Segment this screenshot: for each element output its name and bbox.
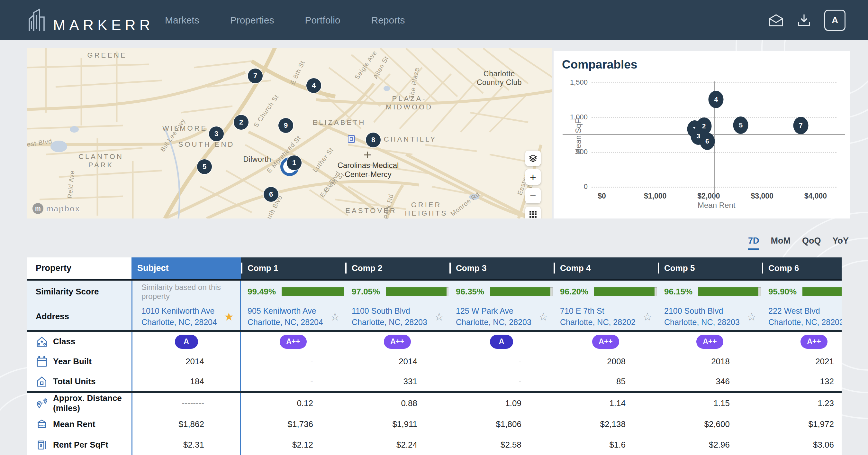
similarity-pct: 96.35%: [456, 287, 486, 297]
comp-2-column-header: Comp 2: [345, 257, 450, 279]
chart-point-7[interactable]: 7: [793, 117, 808, 134]
comp-1-similarity: 99.49%: [241, 281, 345, 303]
star-outline-icon[interactable]: ☆: [538, 311, 548, 322]
map-marker-8[interactable]: 8: [366, 133, 381, 147]
total-units-row: Total Units184-331-85346132: [27, 372, 842, 393]
header-divider: [762, 262, 763, 274]
comp-4-rent_per_sqft: $1.6: [554, 435, 658, 455]
avatar[interactable]: A: [824, 10, 845, 31]
star-outline-icon[interactable]: ☆: [434, 311, 444, 322]
similarity-bar: [490, 287, 553, 296]
comp-2-mean_rent: $1,911: [345, 414, 450, 435]
markerr-logo[interactable]: MARKERR: [27, 8, 156, 32]
property-column-header: Property: [27, 257, 131, 279]
address-link[interactable]: 905 Kenilworth AveCharlotte, NC, 28204: [248, 305, 323, 328]
address-line2: Charlotte, NC, 28203: [352, 317, 427, 328]
mean-rent-row-label: RENTMean Rent: [27, 414, 131, 435]
period-toggles: 7DMoMQoQYoY: [748, 236, 849, 250]
address-line1: 710 E 7th St: [560, 305, 636, 317]
comp-6-rent_per_sqft: $3.06: [762, 435, 842, 455]
map-marker-4[interactable]: 4: [306, 78, 321, 93]
subject-year_built: 2014: [131, 351, 241, 372]
similarity-subject-note: Similarity based on this property: [131, 281, 241, 303]
mail-icon[interactable]: [768, 13, 784, 27]
x-tick-label: $0: [583, 192, 621, 200]
map-marker-7[interactable]: 7: [248, 68, 262, 83]
class-pill-a++: A++: [696, 335, 723, 349]
comp-6-similarity: 95.90%: [762, 281, 842, 303]
comp-1-rent_per_sqft: $2.12: [241, 435, 345, 455]
comp-5-similarity: 96.15%: [658, 281, 762, 303]
comp-header-label: Comp 5: [664, 263, 695, 273]
address-line2: Charlotte, NC, 28202: [560, 317, 636, 328]
zoom-out-button[interactable]: −: [525, 188, 541, 203]
units-house-icon: [36, 375, 48, 388]
address-link[interactable]: 222 West BlvdCharlotte, NC, 28203: [768, 305, 842, 328]
comp-1-total_units: -: [241, 372, 345, 391]
toggle-7d[interactable]: 7D: [748, 236, 760, 250]
map-marker-6[interactable]: 6: [264, 187, 278, 202]
svg-text:RENT: RENT: [38, 424, 45, 427]
rent-sign-icon: RENT: [36, 418, 48, 430]
class-row: ClassAA++A++AA++A++A++: [27, 332, 842, 351]
comp-6-address: 222 West BlvdCharlotte, NC, 28203☆: [762, 303, 842, 330]
mapbox-wordmark: mapbox: [46, 204, 80, 214]
nav-link-reports[interactable]: Reports: [371, 15, 405, 26]
address-link[interactable]: 1010 Kenilworth AveCharlotte, NC, 28204: [142, 305, 217, 328]
nav-link-markets[interactable]: Markets: [165, 15, 199, 26]
map-marker-1[interactable]: 1: [287, 155, 302, 170]
nav-link-portfolio[interactable]: Portfolio: [305, 15, 340, 26]
class-pill-a++: A++: [592, 335, 619, 349]
comparables-map[interactable]: GREENEWILMORESOUTH ENDELIZABETHPLAZA- MI…: [27, 48, 552, 219]
comp-5-rent_per_sqft: $2.96: [658, 435, 762, 455]
star-outline-icon[interactable]: ☆: [330, 311, 340, 322]
map-marker-3[interactable]: 3: [209, 126, 224, 141]
mean-rent-row: RENTMean Rent$1,862$1,736$1,911$1,806$2,…: [27, 414, 842, 435]
comp-5-year_built: 2018: [658, 351, 762, 372]
similarity-score-label: Similarity Score: [27, 281, 131, 303]
map-marker-5[interactable]: 5: [197, 159, 212, 174]
map-roads: [27, 48, 552, 219]
calendar-icon: [36, 356, 48, 368]
layers-button[interactable]: [525, 150, 541, 166]
map-marker-9[interactable]: 9: [278, 118, 293, 133]
y-tick-label: 0: [562, 182, 588, 191]
header-divider: [554, 262, 555, 274]
nav-link-properties[interactable]: Properties: [230, 15, 274, 26]
toggle-qoq[interactable]: QoQ: [802, 236, 821, 250]
map-marker-2[interactable]: 2: [234, 115, 248, 130]
zoom-in-button[interactable]: +: [525, 169, 541, 185]
class-pill-a++: A++: [280, 335, 306, 349]
star-filled-icon[interactable]: ★: [224, 311, 234, 322]
grid-button[interactable]: [525, 206, 541, 219]
download-icon[interactable]: [797, 13, 811, 27]
comp-3-mean_rent: $1,806: [450, 414, 554, 435]
similarity-bar: [698, 287, 761, 296]
comp-1-year_built: -: [241, 351, 345, 372]
comparison-table: PropertySubjectComp 1Comp 2Comp 3Comp 4C…: [27, 257, 842, 455]
chart-title: Comparables: [562, 58, 637, 72]
address-label: Address: [27, 303, 131, 330]
toggle-yoy[interactable]: YoY: [832, 236, 849, 250]
nav-actions: A: [768, 10, 845, 31]
mapbox-attribution[interactable]: m mapbox: [32, 203, 80, 214]
address-link[interactable]: 710 E 7th StCharlotte, NC, 28202: [560, 305, 636, 328]
comp-3-column-header: Comp 3: [450, 257, 554, 279]
toggle-mom[interactable]: MoM: [771, 236, 790, 250]
address-link[interactable]: 125 W Park AveCharlotte, NC, 28203: [456, 305, 531, 328]
star-outline-icon[interactable]: ☆: [643, 311, 652, 322]
chart-point-5[interactable]: 5: [733, 116, 748, 134]
address-line1: 1100 South Blvd: [352, 305, 427, 317]
comp-5-address: 2100 South BlvdCharlotte, NC, 28203☆: [658, 303, 762, 330]
star-outline-icon[interactable]: ☆: [747, 311, 756, 322]
comp-1-distance: 0.12: [241, 393, 345, 414]
similarity-pct: 96.15%: [664, 287, 694, 297]
address-link[interactable]: 2100 South BlvdCharlotte, NC, 28203: [664, 305, 740, 328]
x-tick-label: $1,000: [636, 192, 675, 200]
subject-distance: --------: [131, 393, 241, 414]
chart-point-6[interactable]: 6: [700, 133, 715, 150]
x-tick-label: $3,000: [743, 192, 781, 200]
chart-point-4[interactable]: 4: [709, 91, 724, 108]
address-link[interactable]: 1100 South BlvdCharlotte, NC, 28203: [352, 305, 427, 328]
class-pill-a++: A++: [384, 335, 410, 349]
